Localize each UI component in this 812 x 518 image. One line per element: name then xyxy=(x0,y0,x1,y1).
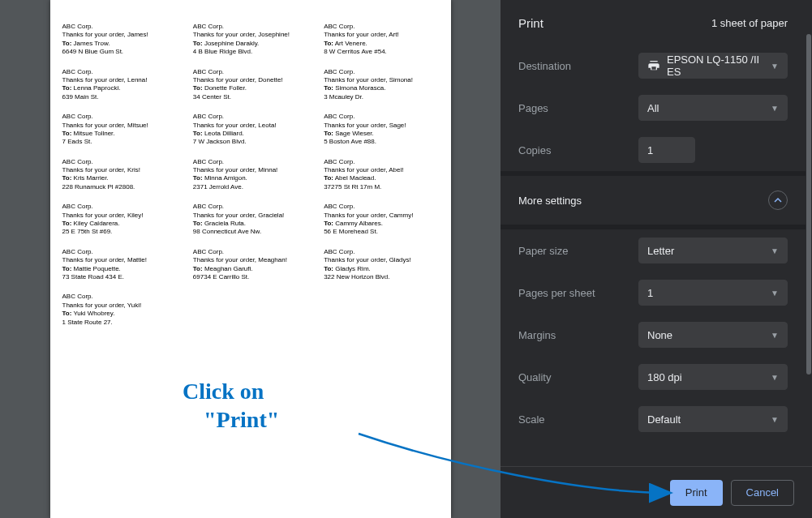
margins-label: Margins xyxy=(518,329,638,341)
quality-value: 180 dpi xyxy=(647,371,682,383)
chevron-down-icon: ▼ xyxy=(771,289,779,298)
paper-size-row: Paper size Letter ▼ xyxy=(501,229,806,272)
settings-scroll: Print 1 sheet of paper Destination EPSON… xyxy=(501,0,812,466)
scale-row: Scale Default ▼ xyxy=(501,398,806,440)
preview-page: ABC Corp.Thanks for your order, James!To… xyxy=(50,0,451,518)
printer-icon xyxy=(647,59,660,72)
chevron-down-icon: ▼ xyxy=(771,62,779,71)
address-label: ABC Corp.Thanks for your order, Lenna!To… xyxy=(62,68,177,102)
more-settings-toggle[interactable]: More settings xyxy=(501,176,806,225)
settings-panel: Print 1 sheet of paper Destination EPSON… xyxy=(501,0,812,518)
more-settings-group: Paper size Letter ▼ Pages per sheet xyxy=(501,229,806,440)
print-dialog: ABC Corp.Thanks for your order, James!To… xyxy=(0,0,812,518)
scrollbar-thumb[interactable] xyxy=(806,34,811,375)
labels-column: ABC Corp.Thanks for your order, Art!To: … xyxy=(324,23,438,327)
address-label: ABC Corp.Thanks for your order, Gladys!T… xyxy=(324,248,438,282)
address-label: ABC Corp.Thanks for your order, Kiley!To… xyxy=(62,203,177,237)
panel-header: Print 1 sheet of paper xyxy=(501,0,806,45)
sheet-count: 1 sheet of paper xyxy=(711,17,788,29)
margins-value: None xyxy=(647,329,672,341)
chevron-up-icon xyxy=(774,196,782,204)
collapse-button[interactable] xyxy=(768,191,788,210)
print-button-label: Print xyxy=(685,486,707,499)
destination-select[interactable]: EPSON LQ-1150 /II ES ▼ xyxy=(638,53,788,79)
address-label: ABC Corp.Thanks for your order, Donette!… xyxy=(193,68,307,102)
cancel-button[interactable]: Cancel xyxy=(731,480,794,506)
address-label: ABC Corp.Thanks for your order, Leota!To… xyxy=(193,113,307,147)
chevron-down-icon: ▼ xyxy=(771,104,779,113)
margins-select[interactable]: None ▼ xyxy=(638,322,788,348)
address-label: ABC Corp.Thanks for your order, Minna!To… xyxy=(193,158,307,192)
address-label: ABC Corp.Thanks for your order, Abel!To:… xyxy=(324,158,438,192)
copies-input[interactable] xyxy=(638,137,695,163)
quality-row: Quality 180 dpi ▼ xyxy=(501,356,806,398)
chevron-down-icon: ▼ xyxy=(771,415,779,424)
chevron-down-icon: ▼ xyxy=(771,331,779,340)
address-label: ABC Corp.Thanks for your order, Graciela… xyxy=(193,203,307,237)
destination-value: EPSON LQ-1150 /II ES xyxy=(667,54,766,78)
pages-row: Pages All ▼ xyxy=(501,87,806,129)
address-label: ABC Corp.Thanks for your order, Meaghan!… xyxy=(193,248,307,282)
address-label: ABC Corp.Thanks for your order, Mitsue!T… xyxy=(62,113,177,147)
pages-label: Pages xyxy=(518,102,638,114)
address-label: ABC Corp.Thanks for your order, Simona!T… xyxy=(324,68,438,102)
pages-per-sheet-value: 1 xyxy=(647,287,653,299)
pages-per-sheet-label: Pages per sheet xyxy=(518,287,638,299)
paper-size-value: Letter xyxy=(647,245,674,257)
copies-label: Copies xyxy=(518,144,638,156)
chevron-down-icon: ▼ xyxy=(771,246,779,255)
address-label: ABC Corp.Thanks for your order, Kris!To:… xyxy=(62,158,177,192)
paper-size-select[interactable]: Letter ▼ xyxy=(638,238,788,263)
labels-column: ABC Corp.Thanks for your order, James!To… xyxy=(62,23,177,327)
address-label: ABC Corp.Thanks for your order, Yuki!To:… xyxy=(62,293,177,327)
paper-size-label: Paper size xyxy=(518,245,638,257)
cancel-button-label: Cancel xyxy=(746,486,779,499)
address-label: ABC Corp.Thanks for your order, James!To… xyxy=(62,23,177,57)
pages-per-sheet-select[interactable]: 1 ▼ xyxy=(638,280,788,306)
quality-label: Quality xyxy=(518,371,638,383)
margins-row: Margins None ▼ xyxy=(501,314,806,356)
scale-select[interactable]: Default ▼ xyxy=(638,406,788,432)
print-button[interactable]: Print xyxy=(670,480,723,506)
pages-select[interactable]: All ▼ xyxy=(638,95,788,121)
quality-select[interactable]: 180 dpi ▼ xyxy=(638,364,788,390)
labels-column: ABC Corp.Thanks for your order, Josephin… xyxy=(193,23,307,327)
destination-label: Destination xyxy=(518,60,638,72)
address-label: ABC Corp.Thanks for your order, Art!To: … xyxy=(324,23,438,57)
more-settings-label: More settings xyxy=(518,195,582,207)
scale-label: Scale xyxy=(518,413,638,426)
destination-row: Destination EPSON LQ-1150 /II ES ▼ xyxy=(501,45,806,87)
panel-scrollbar[interactable] xyxy=(806,2,811,464)
address-label: ABC Corp.Thanks for your order, Sage!To:… xyxy=(324,113,438,147)
address-label: ABC Corp.Thanks for your order, Cammy!To… xyxy=(324,203,438,237)
copies-row: Copies xyxy=(501,129,806,171)
pages-value: All xyxy=(647,102,659,114)
chevron-down-icon: ▼ xyxy=(771,373,779,382)
address-label: ABC Corp.Thanks for your order, Josephin… xyxy=(193,23,307,57)
panel-footer: Print Cancel xyxy=(501,466,812,518)
scale-value: Default xyxy=(647,413,681,426)
panel-title: Print xyxy=(518,16,543,30)
labels-grid: ABC Corp.Thanks for your order, James!To… xyxy=(62,23,439,327)
print-preview-pane: ABC Corp.Thanks for your order, James!To… xyxy=(0,0,501,518)
pages-per-sheet-row: Pages per sheet 1 ▼ xyxy=(501,272,806,314)
address-label: ABC Corp.Thanks for your order, Mattie!T… xyxy=(62,248,177,282)
